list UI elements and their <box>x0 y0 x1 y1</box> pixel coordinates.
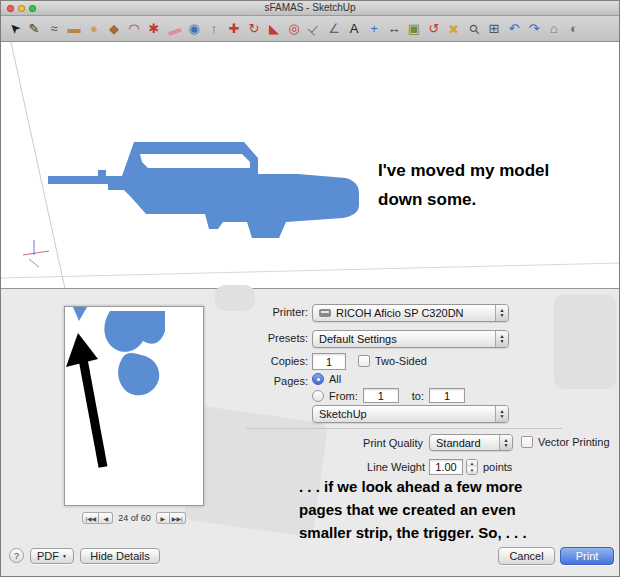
next-view-tool-icon[interactable]: ↷ <box>524 18 544 40</box>
print-button[interactable]: Print <box>560 547 614 565</box>
previous-page-button[interactable]: ◀ <box>99 512 113 524</box>
pdf-menu-label: PDF <box>37 550 59 562</box>
cancel-button[interactable]: Cancel <box>498 547 555 565</box>
callout-arrow <box>66 333 103 467</box>
preview-pagination: |◀◀ ◀ 24 of 60 ▶ ▶▶| <box>64 512 204 524</box>
pages-from-radio[interactable] <box>312 390 324 402</box>
views-tool-icon[interactable]: ⌂ <box>544 18 564 40</box>
canvas-annotation: I've moved my model down some. <box>378 156 549 214</box>
model-info-tool-icon[interactable]: ◐ <box>564 18 584 40</box>
stepper-down-icon[interactable]: ▼ <box>467 467 477 474</box>
printer-value: RICOH Aficio SP C320DN <box>336 307 464 319</box>
toolbar: ➤✎≈▬●◆◠✱▬◉↑✚↻◣◎⊢∠A+↔▣↺✚⚲⊞↶↷⌂◐ <box>1 16 619 42</box>
watermark-shape <box>554 294 616 389</box>
vector-printing-label: Vector Printing <box>538 436 610 448</box>
popup-arrows-icon: ▲▼ <box>499 435 512 450</box>
titlebar: sFAMAS - SketchUp <box>1 1 619 16</box>
window-title: sFAMAS - SketchUp <box>1 2 619 13</box>
points-label: points <box>483 461 523 473</box>
first-page-button[interactable]: |◀◀ <box>82 512 99 524</box>
pages-all-radio[interactable] <box>312 373 324 385</box>
presets-value: Default Settings <box>313 333 495 345</box>
drawing-canvas[interactable]: I've moved my model down some. <box>1 42 619 289</box>
section-divider <box>246 428 562 429</box>
print-quality-label: Print Quality <box>335 437 423 449</box>
presets-label: Presets: <box>238 332 308 344</box>
arc-tool-icon[interactable]: ◠ <box>124 18 144 40</box>
pdf-menu-arrow-icon: ▼ <box>62 553 67 559</box>
two-sided-option: Two-Sided <box>358 355 427 367</box>
print-quality-select[interactable]: Standard ▲▼ <box>429 434 513 451</box>
previous-view-tool-icon[interactable]: ↶ <box>504 18 524 40</box>
paint-bucket-tool-icon[interactable]: ◉ <box>184 18 204 40</box>
two-sided-label: Two-Sided <box>375 355 427 367</box>
printer-select[interactable]: RICOH Aficio SP C320DN ▲▼ <box>312 304 509 322</box>
page-indicator: 24 of 60 <box>118 513 151 523</box>
scale-tool-icon[interactable]: ◣ <box>264 18 284 40</box>
line-weight-label: Line Weight <box>345 461 425 473</box>
printer-label: Printer: <box>238 306 308 318</box>
pages-all-label: All <box>329 373 341 385</box>
pages-label: Pages: <box>238 375 308 387</box>
rectangle-tool-icon[interactable]: ▬ <box>64 18 84 40</box>
dialog-annotation: . . . if we look ahead a few more pages … <box>299 475 579 544</box>
move-tool-icon[interactable]: ✚ <box>224 18 244 40</box>
canvas-annotation-line2: down some. <box>378 185 549 214</box>
text-tool-icon[interactable]: A <box>344 18 364 40</box>
printer-icon <box>319 309 331 317</box>
line-weight-input[interactable]: 1.00 <box>429 459 463 475</box>
next-page-button[interactable]: ▶ <box>156 512 170 524</box>
vector-printing-option: Vector Printing <box>521 436 610 448</box>
popup-arrows-icon: ▲▼ <box>495 406 508 422</box>
dialog-annotation-line2: pages that we created an even <box>299 498 579 521</box>
pages-from-label: From: <box>329 390 358 402</box>
famas-rifle-model <box>46 130 361 242</box>
presets-select[interactable]: Default Settings ▲▼ <box>312 330 509 348</box>
pages-to-label: to: <box>412 390 424 402</box>
polygon-tool-icon[interactable]: ◆ <box>104 18 124 40</box>
print-quality-value: Standard <box>430 437 499 449</box>
pdf-menu-button[interactable]: PDF ▼ <box>30 548 74 564</box>
dialog-annotation-line1: . . . if we look ahead a few more <box>299 475 579 498</box>
print-preview-content <box>65 307 203 505</box>
stepper-up-icon[interactable]: ▲ <box>467 460 477 467</box>
dimension-tool-icon[interactable]: ↔ <box>384 18 404 40</box>
line-weight-stepper[interactable]: ▲ ▼ <box>466 459 478 475</box>
push-pull-tool-icon[interactable]: ↑ <box>204 18 224 40</box>
last-page-button[interactable]: ▶▶| <box>170 512 186 524</box>
freehand-tool-icon[interactable]: ≈ <box>44 18 64 40</box>
axes-tool-icon[interactable]: + <box>364 18 384 40</box>
pages-all-option: All <box>312 373 341 385</box>
two-sided-checkbox[interactable] <box>358 355 370 367</box>
popup-arrows-icon: ▲▼ <box>495 305 508 321</box>
hide-details-button[interactable]: Hide Details <box>80 548 160 564</box>
app-section-select[interactable]: SketchUp ▲▼ <box>312 405 509 423</box>
circle-tool-icon[interactable]: ● <box>84 18 104 40</box>
popup-arrows-icon: ▲▼ <box>495 331 508 347</box>
section-plane-tool-icon[interactable]: ▣ <box>404 18 424 40</box>
vector-printing-checkbox[interactable] <box>521 436 533 448</box>
print-dialog: |◀◀ ◀ 24 of 60 ▶ ▶▶| Printer: RICOH Afic… <box>1 289 619 577</box>
rotate-tool-icon[interactable]: ↻ <box>244 18 264 40</box>
copies-input[interactable]: 1 <box>312 353 346 370</box>
copies-label: Copies: <box>238 355 308 367</box>
pages-from-input[interactable]: 1 <box>363 388 399 403</box>
pages-range-option: From: 1 to: 1 <box>312 388 465 403</box>
canvas-annotation-line1: I've moved my model <box>378 156 549 185</box>
help-button[interactable]: ? <box>9 548 24 563</box>
dialog-annotation-line3: smaller strip, the trigger. So, . . . <box>299 521 579 544</box>
app-section-value: SketchUp <box>313 408 495 420</box>
pages-to-input[interactable]: 1 <box>429 388 465 403</box>
print-preview-page <box>64 306 204 506</box>
sketchup-window: sFAMAS - SketchUp ➤✎≈▬●◆◠✱▬◉↑✚↻◣◎⊢∠A+↔▣↺… <box>0 0 620 577</box>
